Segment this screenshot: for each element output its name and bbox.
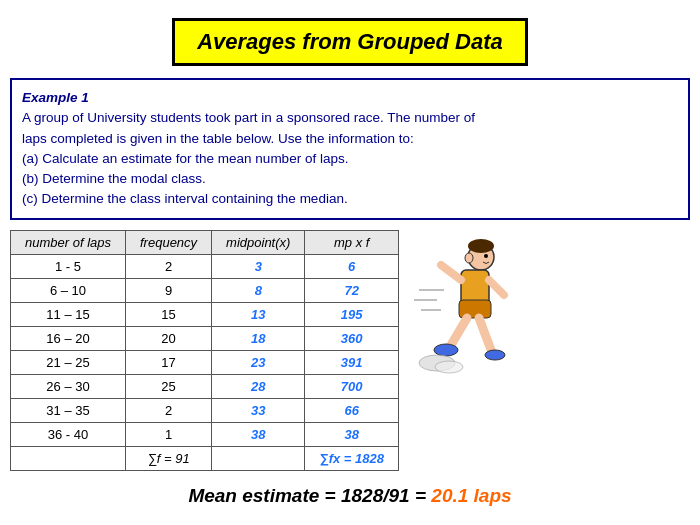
- example-line-1: A group of University students took part…: [22, 110, 475, 125]
- table-row: 21 – 251723391: [11, 350, 399, 374]
- cell-midpoint: 18: [212, 326, 305, 350]
- table-row: 11 – 151513195: [11, 302, 399, 326]
- table-row: 1 - 5236: [11, 254, 399, 278]
- cell-mpf: 360: [305, 326, 399, 350]
- example-line-2: laps completed is given in the table bel…: [22, 131, 414, 146]
- cell-laps: 1 - 5: [11, 254, 126, 278]
- cell-mpf: 6: [305, 254, 399, 278]
- title-container: Averages from Grouped Data: [0, 18, 700, 66]
- cell-mpf: 391: [305, 350, 399, 374]
- cell-laps: 36 - 40: [11, 422, 126, 446]
- mean-highlight: 20.1 laps: [431, 485, 511, 506]
- cell-mpf: 66: [305, 398, 399, 422]
- cell-mpf: 195: [305, 302, 399, 326]
- example-line-4: (b) Determine the modal class.: [22, 171, 206, 186]
- sum-laps-cell: [11, 446, 126, 470]
- cell-freq: 1: [126, 422, 212, 446]
- example-title: Example 1: [22, 90, 89, 105]
- table-row: 26 – 302528700: [11, 374, 399, 398]
- cell-freq: 2: [126, 398, 212, 422]
- svg-point-13: [435, 361, 463, 373]
- cell-laps: 6 – 10: [11, 278, 126, 302]
- svg-point-2: [484, 254, 488, 258]
- cell-midpoint: 8: [212, 278, 305, 302]
- svg-point-1: [468, 239, 494, 253]
- example-line-5: (c) Determine the class interval contain…: [22, 191, 348, 206]
- cell-freq: 17: [126, 350, 212, 374]
- example-line-3: (a) Calculate an estimate for the mean n…: [22, 151, 348, 166]
- cell-midpoint: 23: [212, 350, 305, 374]
- table-row: 16 – 202018360: [11, 326, 399, 350]
- cell-mpf: 38: [305, 422, 399, 446]
- col-header-freq: frequency: [126, 230, 212, 254]
- sum-mpf-cell: ∑fx = 1828: [305, 446, 399, 470]
- sum-freq-cell: ∑f = 91: [126, 446, 212, 470]
- cell-midpoint: 13: [212, 302, 305, 326]
- mean-prefix: Mean estimate = 1828/91 =: [188, 485, 431, 506]
- runner-svg: [409, 235, 509, 390]
- cell-freq: 20: [126, 326, 212, 350]
- table-row: 31 – 3523366: [11, 398, 399, 422]
- cell-laps: 31 – 35: [11, 398, 126, 422]
- cell-mpf: 700: [305, 374, 399, 398]
- svg-line-8: [451, 318, 467, 345]
- svg-point-3: [465, 253, 473, 263]
- cell-freq: 25: [126, 374, 212, 398]
- cell-laps: 26 – 30: [11, 374, 126, 398]
- cell-midpoint: 38: [212, 422, 305, 446]
- cell-midpoint: 28: [212, 374, 305, 398]
- cell-mpf: 72: [305, 278, 399, 302]
- page-title: Averages from Grouped Data: [172, 18, 528, 66]
- svg-point-11: [485, 350, 505, 360]
- svg-line-7: [489, 280, 504, 295]
- col-header-midpoint: midpoint(x): [212, 230, 305, 254]
- col-header-laps: number of laps: [11, 230, 126, 254]
- col-header-mpf: mp x f: [305, 230, 399, 254]
- cell-freq: 2: [126, 254, 212, 278]
- content-row: number of laps frequency midpoint(x) mp …: [10, 230, 690, 471]
- svg-point-9: [434, 344, 458, 356]
- cell-midpoint: 33: [212, 398, 305, 422]
- svg-line-6: [441, 265, 461, 280]
- svg-line-10: [479, 318, 491, 350]
- table-row: 6 – 109872: [11, 278, 399, 302]
- data-table: number of laps frequency midpoint(x) mp …: [10, 230, 399, 471]
- table-row: 36 - 4013838: [11, 422, 399, 446]
- runner-image: [409, 230, 509, 390]
- mean-estimate-line: Mean estimate = 1828/91 = 20.1 laps: [0, 485, 700, 507]
- cell-freq: 9: [126, 278, 212, 302]
- cell-midpoint: 3: [212, 254, 305, 278]
- example-box: Example 1 A group of University students…: [10, 78, 690, 220]
- cell-freq: 15: [126, 302, 212, 326]
- sum-midpoint-cell: [212, 446, 305, 470]
- cell-laps: 21 – 25: [11, 350, 126, 374]
- cell-laps: 11 – 15: [11, 302, 126, 326]
- cell-laps: 16 – 20: [11, 326, 126, 350]
